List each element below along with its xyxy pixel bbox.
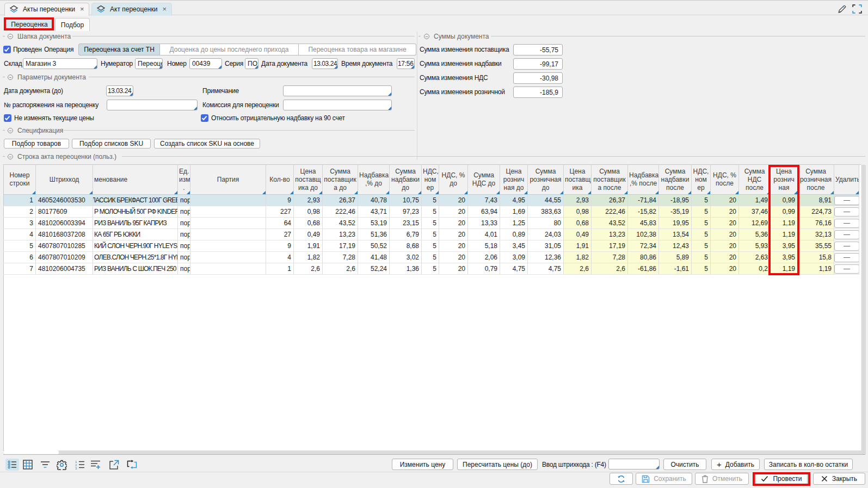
svg-text:3: 3 <box>75 467 77 470</box>
